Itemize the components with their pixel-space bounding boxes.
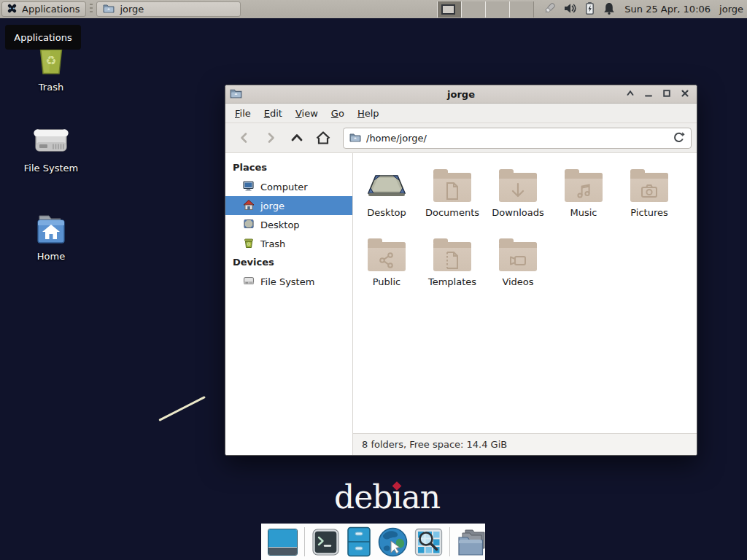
show-desktop-icon	[268, 529, 298, 556]
menubar: File Edit View Go Help	[225, 104, 697, 123]
applications-tooltip: Applications	[5, 25, 81, 50]
notifications-tray-icon[interactable]	[603, 1, 616, 18]
folder-launcher[interactable]	[457, 527, 489, 557]
minimize-button[interactable]	[644, 89, 653, 100]
location-bar[interactable]	[343, 128, 692, 149]
applications-menu-button[interactable]: Applications	[1, 1, 86, 17]
desktop-icon-file-system[interactable]: File System	[16, 125, 86, 174]
terminal-launcher[interactable]	[311, 528, 340, 556]
folder-label: Pictures	[630, 207, 667, 218]
menu-view[interactable]: View	[289, 105, 325, 122]
folder-icon	[565, 173, 603, 202]
hard-drive-icon	[34, 125, 69, 157]
toolbar	[225, 123, 697, 153]
display-tool-tray-icon[interactable]	[543, 1, 557, 18]
sidebar-item-file-system[interactable]: File System	[225, 272, 352, 291]
menu-help[interactable]: Help	[351, 105, 386, 122]
workspace-1[interactable]	[437, 1, 461, 18]
panel-grip[interactable]	[90, 4, 93, 15]
computer-icon	[243, 180, 255, 194]
sidebar-item-label: jorge	[260, 201, 285, 211]
folder-label: Videos	[502, 276, 533, 287]
folder-icon	[499, 242, 537, 271]
trash-small-icon: ♻	[243, 237, 255, 251]
folder-item-documents[interactable]: Documents	[419, 160, 485, 229]
sidebar-item-label: Computer	[260, 182, 308, 192]
reload-icon[interactable]	[672, 131, 685, 146]
home-button[interactable]	[310, 127, 336, 149]
up-button[interactable]	[284, 127, 310, 149]
menu-go[interactable]: Go	[325, 105, 351, 122]
sidebar-item-computer[interactable]: Computer	[225, 177, 352, 196]
folder-label: Templates	[428, 276, 476, 287]
sidebar: Places Computer	[225, 153, 353, 455]
panel-username[interactable]: jorge	[719, 4, 743, 15]
folder-label: Documents	[425, 207, 479, 218]
folder-item-desktop[interactable]: Desktop	[354, 160, 419, 229]
svg-text:♻: ♻	[45, 53, 56, 68]
desktop-icon-home[interactable]: Home	[16, 212, 86, 262]
volume-tray-icon[interactable]	[563, 1, 577, 18]
folder-icon	[630, 173, 668, 202]
workspace-2[interactable]	[461, 1, 485, 18]
file-manager-window: jorge File Edit View Go Help	[225, 85, 697, 456]
debian-logo: debıan	[334, 481, 440, 513]
places-header: Places	[225, 158, 352, 177]
web-browser-globe-icon	[378, 527, 408, 557]
sidebar-item-jorge[interactable]: jorge	[225, 196, 352, 215]
desktop-icon	[243, 218, 255, 232]
close-button[interactable]	[681, 89, 689, 100]
application-finder-launcher[interactable]	[414, 528, 443, 556]
taskbar-window-button[interactable]: jorge	[96, 1, 241, 17]
applications-label: Applications	[22, 4, 80, 15]
back-button[interactable]	[231, 127, 258, 149]
top-panel: Applications jorge	[0, 0, 747, 18]
sidebar-item-label: Trash	[260, 238, 285, 249]
folder-icon	[433, 173, 471, 202]
workspace-pager[interactable]	[437, 1, 534, 18]
debian-logo-i: ı	[392, 481, 401, 513]
menu-edit[interactable]: Edit	[258, 105, 289, 122]
home-folder-icon	[34, 212, 69, 245]
workspace-4[interactable]	[509, 1, 533, 18]
folder-label: Desktop	[367, 207, 406, 218]
battery-tray-icon[interactable]	[584, 1, 596, 18]
applications-icon	[6, 2, 18, 17]
desktop-icon-label: Trash	[16, 82, 86, 93]
drive-small-icon	[243, 275, 255, 289]
folder-item-music[interactable]: Music	[551, 160, 616, 229]
dock-separator	[304, 527, 305, 556]
sidebar-item-label: File System	[260, 276, 314, 287]
web-browser-launcher[interactable]	[378, 527, 408, 557]
file-manager-launcher[interactable]	[347, 526, 371, 557]
workspace-window-thumbnail	[441, 4, 455, 15]
svg-text:♻: ♻	[247, 241, 251, 247]
sidebar-item-label: Desktop	[260, 219, 300, 230]
window-controls	[626, 89, 697, 100]
menu-file[interactable]: File	[228, 105, 258, 122]
folder-icon	[433, 242, 471, 271]
file-view[interactable]: Desktop Documents Downloads	[353, 153, 697, 455]
desktop-stray-line	[158, 396, 206, 421]
taskbar-folder-icon	[103, 3, 115, 15]
file-cabinet-icon	[347, 526, 371, 557]
workspace-3[interactable]	[485, 1, 509, 18]
location-input[interactable]	[366, 133, 667, 144]
shade-button[interactable]	[626, 89, 635, 100]
folder-label: Music	[570, 207, 597, 218]
location-folder-icon	[349, 132, 361, 144]
folder-item-videos[interactable]: Videos	[485, 229, 551, 298]
folder-item-pictures[interactable]: Pictures	[616, 160, 682, 229]
application-finder-icon	[414, 528, 443, 556]
sidebar-item-trash[interactable]: ♻ Trash	[225, 234, 352, 253]
window-titlebar[interactable]: jorge	[225, 85, 697, 104]
forward-button[interactable]	[258, 127, 284, 149]
home-icon	[243, 199, 255, 213]
sidebar-item-desktop[interactable]: Desktop	[225, 215, 352, 234]
panel-clock[interactable]: Sun 25 Apr, 10:06	[624, 4, 711, 15]
folder-item-public[interactable]: Public	[354, 229, 419, 298]
folder-item-downloads[interactable]: Downloads	[485, 160, 551, 229]
maximize-button[interactable]	[662, 89, 671, 100]
show-desktop-button[interactable]	[268, 529, 298, 556]
folder-item-templates[interactable]: Templates	[419, 229, 485, 298]
